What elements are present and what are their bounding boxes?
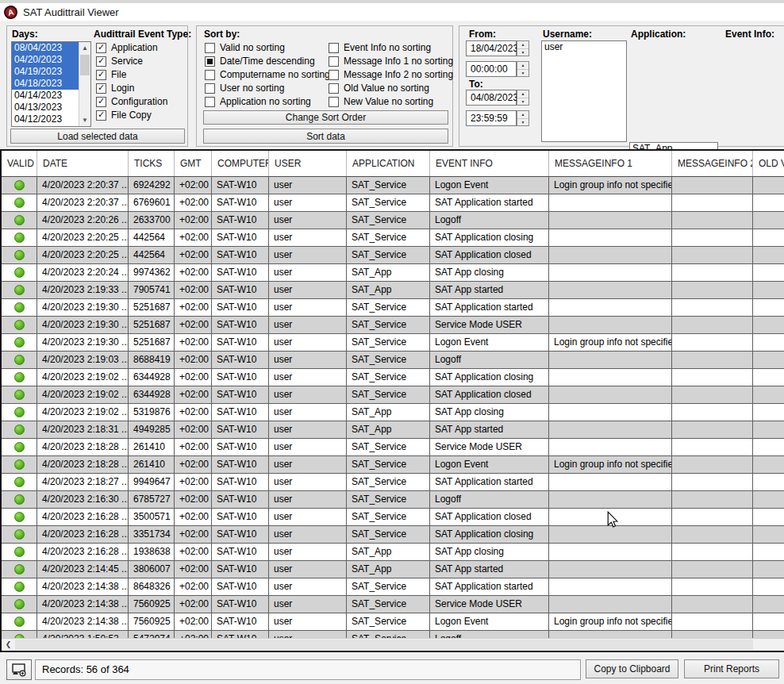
to-time-spinner[interactable]: ▲▼ [517,110,529,126]
spin-up-icon[interactable]: ▲ [517,41,528,49]
table-row[interactable]: 4/20/2023 2:18:28 ...261410+02:00SAT-W10… [2,439,784,456]
spin-down-icon[interactable]: ▼ [517,119,528,126]
day-item[interactable]: 04/18/2023 [12,78,79,90]
table-row[interactable]: 4/20/2023 2:14:38 ...7560925+02:00SAT-W1… [2,613,784,631]
checkbox[interactable] [329,97,339,107]
table-row[interactable]: 4/20/2023 2:14:38 ...7560925+02:00SAT-W1… [2,596,784,613]
checkbox[interactable] [205,97,215,107]
table-row[interactable]: 4/20/2023 2:18:31 ...4949285+02:00SAT-W1… [2,421,784,439]
checkbox[interactable] [329,43,339,53]
table-row[interactable]: 4/20/2023 2:19:02 ...6344928+02:00SAT-W1… [2,386,784,404]
column-header-computer[interactable]: COMPUTER [212,151,269,176]
days-scrollbar[interactable]: ▲ ▼ [79,42,90,126]
column-header-old-value[interactable]: OLD VALUE [753,151,784,176]
table-cell: 4/20/2023 2:16:30 ... [37,491,129,509]
column-header-messageinfo-2[interactable]: MESSAGEINFO 2 [672,151,753,176]
print-reports-button[interactable]: Print Reports [684,659,779,678]
checkbox[interactable] [205,70,215,80]
table-row[interactable]: 4/20/2023 2:19:02 ...5319876+02:00SAT-W1… [2,404,784,421]
day-item[interactable]: 04/12/2023 [12,113,79,125]
column-header-ticks[interactable]: TICKS [129,151,175,176]
spin-up-icon[interactable]: ▲ [517,111,528,119]
from-date-spinner[interactable]: ▲▼ [517,40,529,56]
table-row[interactable]: 4/20/2023 2:19:33 ...7905741+02:00SAT-W1… [2,282,784,299]
to-date-spinner[interactable]: ▲▼ [517,90,529,106]
from-time-field[interactable]: 00:00:00 [466,61,517,77]
table-row[interactable]: 4/20/2023 2:19:02 ...6344928+02:00SAT-W1… [2,369,784,386]
scroll-left-icon[interactable]: ❮ [2,639,15,651]
change-sort-order-button[interactable]: Change Sort Order [203,110,448,125]
table-row[interactable]: 4/20/2023 2:18:28 ...261410+02:00SAT-W10… [2,456,784,474]
table-row[interactable]: 4/20/2023 2:16:30 ...6785727+02:00SAT-W1… [2,491,784,509]
load-selected-data-button[interactable]: Load selected data [10,129,185,144]
spin-up-icon[interactable]: ▲ [517,90,528,98]
grid-header-row[interactable]: VALIDDATETICKSGMTCOMPUTERUSERAPPLICATION… [2,151,784,177]
from-time-spinner[interactable]: ▲▼ [517,61,529,77]
checkbox[interactable] [205,43,215,53]
list-item[interactable]: user [542,41,626,53]
spin-down-icon[interactable]: ▼ [517,70,528,77]
table-row[interactable]: 4/20/2023 2:19:30 ...5251687+02:00SAT-W1… [2,317,784,334]
copy-to-clipboard-button[interactable]: Copy to Clipboard [586,659,678,678]
table-row[interactable]: 4/20/2023 2:18:27 ...9949647+02:00SAT-W1… [2,474,784,491]
checkbox[interactable] [205,83,215,94]
checkbox[interactable]: ✓ [96,70,106,80]
spin-down-icon[interactable]: ▼ [517,49,528,56]
day-item[interactable]: 08/04/2023 [12,42,79,54]
column-header-application[interactable]: APPLICATION [347,151,430,176]
day-item[interactable]: 04/14/2023 [12,90,79,102]
checkbox[interactable]: ✓ [96,56,106,67]
table-row[interactable]: 4/20/2023 2:16:28 ...3351734+02:00SAT-W1… [2,526,784,544]
day-item[interactable]: 04/13/2023 [12,102,79,113]
table-row[interactable]: 4/20/2023 2:20:26 ...2633700+02:00SAT-W1… [2,212,784,229]
table-row[interactable]: 4/20/2023 2:16:28 ...1938638+02:00SAT-W1… [2,544,784,561]
scroll-up-icon[interactable]: ▲ [79,42,90,54]
table-row[interactable]: 4/20/2023 1:50:52 ...5472974+02:00SAT-W1… [2,631,784,638]
checkbox[interactable]: ✓ [96,110,106,121]
checkbox[interactable] [205,56,215,67]
checkbox[interactable]: ✓ [96,43,106,53]
table-row[interactable]: 4/20/2023 2:20:25 ...442564+02:00SAT-W10… [2,229,784,247]
table-row[interactable]: 4/20/2023 2:20:25 ...442564+02:00SAT-W10… [2,247,784,264]
table-row[interactable]: 4/20/2023 2:19:30 ...5251687+02:00SAT-W1… [2,334,784,352]
report-preview-button[interactable] [6,659,32,680]
sort-data-button[interactable]: Sort data [203,129,448,144]
table-row[interactable]: 4/20/2023 2:14:45 ...3806007+02:00SAT-W1… [2,561,784,578]
table-row[interactable]: 4/20/2023 2:20:37 ...6924292+02:00SAT-W1… [2,177,784,194]
checkbox[interactable] [329,83,339,94]
column-header-event-info[interactable]: EVENT INFO [430,151,549,176]
day-item[interactable]: 04/11/2023 [12,125,79,127]
scroll-down-icon[interactable]: ▼ [79,114,90,126]
day-item[interactable]: 04/20/2023 [12,54,79,66]
to-time-field[interactable]: 23:59:59 [466,110,517,126]
column-header-messageinfo-1[interactable]: MESSAGEINFO 1 [549,151,672,176]
grid-horizontal-scrollbar[interactable]: ❮ [2,638,784,651]
table-cell [753,561,784,578]
table-row[interactable]: 4/20/2023 2:20:24 ...9974362+02:00SAT-W1… [2,264,784,282]
column-header-gmt[interactable]: GMT [175,151,212,176]
table-row[interactable]: 4/20/2023 2:16:28 ...3500571+02:00SAT-W1… [2,509,784,526]
scroll-thumb[interactable] [80,55,90,75]
hscroll-thumb[interactable] [15,640,753,650]
table-cell: +02:00 [175,439,212,456]
to-date-field[interactable]: 04/08/2023 [466,90,517,106]
table-cell [753,334,784,352]
column-header-user[interactable]: USER [269,151,347,176]
table-row[interactable]: 4/20/2023 2:19:30 ...5251687+02:00SAT-W1… [2,299,784,317]
column-header-valid[interactable]: VALID [2,151,37,176]
table-row[interactable]: 4/20/2023 2:19:03 ...8688419+02:00SAT-W1… [2,352,784,369]
table-row[interactable]: 4/20/2023 2:20:37 ...6769601+02:00SAT-W1… [2,194,784,212]
from-date-field[interactable]: 18/04/2023 [466,40,517,56]
checkbox[interactable]: ✓ [96,97,106,107]
spin-down-icon[interactable]: ▼ [517,98,528,106]
checkbox[interactable]: ✓ [96,83,106,94]
username-listbox[interactable]: user [541,40,627,142]
checkbox[interactable] [329,56,339,67]
checkbox[interactable] [329,70,339,80]
spin-up-icon[interactable]: ▲ [517,62,528,70]
day-item[interactable]: 04/19/2023 [12,66,79,78]
table-cell [549,386,672,404]
column-header-date[interactable]: DATE [37,151,129,176]
days-listbox[interactable]: 08/04/202304/20/202304/19/202304/18/2023… [11,41,91,127]
table-row[interactable]: 4/20/2023 2:14:38 ...8648326+02:00SAT-W1… [2,578,784,596]
